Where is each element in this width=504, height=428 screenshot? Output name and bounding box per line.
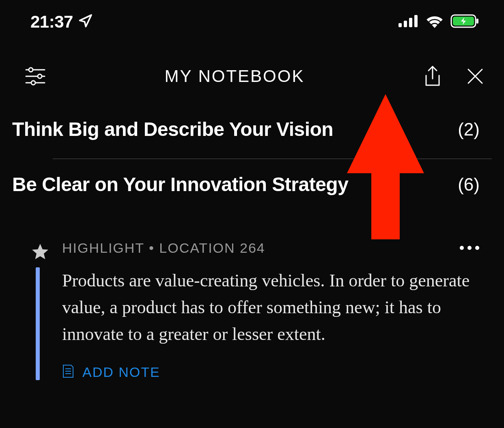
svg-rect-7 (476, 19, 478, 24)
svg-point-9 (29, 68, 33, 72)
wifi-icon (425, 14, 444, 30)
svg-point-18 (467, 246, 472, 250)
highlight-meta-row: HIGHLIGHT • LOCATION 264 (62, 240, 480, 256)
page-title: MY NOTEBOOK (46, 67, 423, 86)
highlight-content: HIGHLIGHT • LOCATION 264 Products are va… (62, 240, 480, 380)
section-count: (2) (458, 119, 480, 140)
svg-rect-2 (404, 21, 407, 27)
status-left: 21:37 (30, 12, 93, 32)
highlight-entry: HIGHLIGHT • LOCATION 264 Products are va… (0, 240, 504, 380)
svg-rect-4 (414, 15, 418, 27)
svg-point-19 (475, 246, 479, 250)
svg-marker-16 (32, 244, 48, 259)
header-actions (423, 65, 484, 88)
divider (53, 159, 492, 159)
highlight-meta: HIGHLIGHT • LOCATION 264 (62, 240, 265, 256)
status-bar: 21:37 (0, 0, 504, 41)
filter-settings-button[interactable] (24, 67, 46, 86)
note-icon (62, 364, 74, 380)
svg-point-11 (38, 74, 42, 78)
close-button[interactable] (467, 68, 484, 85)
add-note-button[interactable]: ADD NOTE (62, 364, 480, 380)
section-row-2[interactable]: Be Clear on Your Innovation Strategy (6) (0, 163, 504, 210)
status-right (398, 14, 480, 30)
section-row-1[interactable]: Think Big and Describe Your Vision (2) (0, 108, 504, 155)
add-note-label: ADD NOTE (82, 364, 160, 380)
header: MY NOTEBOOK (0, 41, 504, 108)
location-icon (78, 14, 93, 30)
highlight-text: Products are value-creating vehicles. In… (62, 267, 480, 348)
status-time: 21:37 (30, 12, 73, 32)
battery-charging-icon (450, 14, 480, 30)
cellular-signal-icon (398, 15, 419, 29)
svg-point-13 (31, 81, 35, 85)
highlight-text-area: Products are value-creating vehicles. In… (62, 267, 480, 380)
section-count: (6) (458, 174, 480, 195)
section-title: Think Big and Describe Your Vision (12, 118, 333, 140)
svg-rect-3 (409, 18, 412, 27)
more-options-button[interactable] (459, 245, 480, 252)
svg-marker-0 (80, 15, 91, 27)
section-title: Be Clear on Your Innovation Strategy (12, 173, 348, 196)
highlight-body: Products are value-creating vehicles. In… (36, 267, 480, 380)
spacer (0, 210, 504, 240)
svg-rect-1 (398, 23, 402, 27)
svg-point-17 (460, 246, 464, 250)
share-button[interactable] (423, 65, 442, 88)
highlight-color-bar (36, 267, 40, 380)
